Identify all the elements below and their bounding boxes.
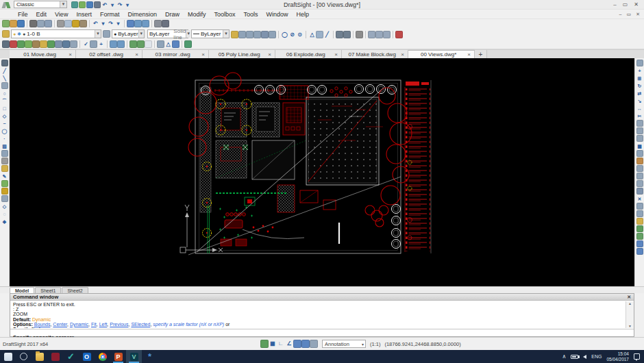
chevron-down-icon[interactable]: ▼ — [138, 30, 144, 38]
home-workspace-icon[interactable] — [71, 1, 78, 8]
offset-icon[interactable] — [636, 150, 643, 157]
rectangle-icon[interactable]: □ — [1, 105, 8, 112]
print-icon[interactable] — [29, 20, 37, 27]
file-explorer-icon[interactable] — [32, 350, 47, 363]
scale-icon[interactable]: ↘ — [636, 97, 643, 104]
menu-item-edit[interactable]: Edit — [32, 11, 51, 18]
document-tab-05-poly-line-dwg[interactable]: 05 Poly Line.dwg× — [209, 50, 275, 58]
workspace-combo[interactable]: Classic ▼ — [14, 1, 67, 8]
pointer-tool-icon[interactable] — [336, 31, 343, 38]
reference-manager-icon[interactable] — [162, 20, 169, 27]
tab-close-icon[interactable]: × — [401, 51, 404, 58]
zoom-in-icon[interactable] — [110, 40, 117, 48]
tab-close-icon[interactable]: × — [334, 51, 338, 58]
entity-snap-settings-icon[interactable] — [231, 31, 238, 38]
chart-icon[interactable] — [172, 40, 179, 48]
document-tab-06-explode-dwg[interactable]: 06 Explode.dwg× — [275, 50, 342, 58]
weld-icon[interactable] — [636, 165, 643, 172]
polygon-icon[interactable]: ◇ — [1, 112, 8, 119]
annotation-pen-icon[interactable] — [395, 31, 403, 38]
send-icon[interactable] — [269, 31, 276, 38]
sheet-options-icon[interactable] — [383, 31, 391, 38]
snap-icon[interactable] — [260, 340, 269, 348]
gradient-fill-icon[interactable] — [1, 158, 8, 164]
triangle-tool-icon[interactable]: △ — [308, 31, 316, 38]
speaker-icon[interactable] — [583, 355, 586, 359]
command-option-link[interactable]: SElected — [131, 322, 150, 327]
grid-blue-b-icon[interactable] — [636, 248, 643, 255]
restore-icon[interactable]: ▭ — [623, 1, 628, 8]
parallel-lines-icon[interactable] — [238, 31, 246, 38]
circle-icon[interactable]: ○ — [1, 90, 8, 97]
document-tab-03-mirror-dwg[interactable]: 03 mirror .dwg× — [143, 50, 209, 58]
power-trim-icon[interactable] — [636, 188, 643, 195]
plus-icon[interactable]: + — [97, 40, 105, 48]
new-drawing-icon[interactable] — [2, 20, 10, 27]
trim-icon[interactable]: ✂ — [636, 112, 643, 119]
smart-select-icon[interactable] — [1, 60, 8, 66]
undo-icon[interactable]: ↶ — [101, 1, 108, 8]
split-icon[interactable] — [636, 180, 643, 187]
open-drawing-icon[interactable] — [10, 20, 17, 27]
spline-icon[interactable]: ~ — [1, 120, 8, 127]
properties-palette-icon[interactable] — [154, 20, 162, 27]
command-option-link[interactable]: Center — [53, 322, 67, 327]
line-icon[interactable]: ╱ — [1, 67, 8, 74]
undo-icon[interactable]: ↶ — [92, 20, 99, 27]
check-icon[interactable]: ✓ — [82, 40, 90, 48]
modify-properties-icon[interactable] — [636, 60, 643, 66]
cut-icon[interactable] — [57, 20, 64, 27]
workspace-arrows-icon[interactable] — [79, 1, 86, 8]
entity-snap-icon[interactable] — [293, 340, 301, 348]
extend-icon[interactable] — [636, 120, 643, 127]
lamp-icon[interactable] — [636, 218, 643, 225]
document-tab-02-offset-dwg[interactable]: 02 offset .dwg× — [76, 50, 143, 58]
rectangle-tool-icon[interactable] — [246, 31, 253, 38]
plant-b-icon[interactable] — [25, 40, 32, 48]
fillet-icon[interactable] — [636, 127, 643, 134]
command-window-close-icon[interactable]: ✕ — [627, 295, 631, 300]
command-option-link[interactable]: Dynamic — [70, 322, 88, 327]
stretch-icon[interactable]: ↔ — [636, 105, 643, 112]
chevron-down-icon[interactable]: ▼ — [95, 30, 101, 38]
chrome-icon[interactable] — [95, 350, 110, 363]
zoom-window-icon[interactable] — [142, 20, 149, 27]
app-swoosh-icon[interactable]: ✓ — [63, 350, 79, 363]
polyline-icon[interactable] — [1, 82, 8, 89]
globe-icon[interactable] — [184, 40, 192, 48]
sheet-new-icon[interactable] — [368, 31, 375, 38]
app-red-icon[interactable] — [47, 350, 63, 363]
pan-icon[interactable] — [127, 20, 134, 27]
line-tool-icon[interactable]: ╱ — [323, 31, 331, 38]
print-icon[interactable] — [94, 1, 101, 8]
explode-icon[interactable] — [636, 158, 643, 164]
redo-dropdown-icon[interactable]: ▾ — [124, 1, 131, 8]
draftsight-icon[interactable]: V — [126, 350, 142, 363]
walker-icon[interactable] — [32, 40, 40, 48]
command-option-link[interactable]: Fit — [91, 322, 97, 327]
grid-blue-a-icon[interactable] — [636, 240, 643, 247]
arc-segment-icon[interactable] — [70, 40, 77, 48]
annotation-scale-combo[interactable]: Annotation ▾ — [322, 340, 366, 348]
note-icon[interactable]: ✎ — [1, 173, 8, 179]
sheet-delete-icon[interactable] — [375, 31, 383, 38]
grid-yellow-icon[interactable] — [40, 40, 47, 48]
monitor-icon[interactable] — [261, 31, 269, 38]
pointer-icon[interactable] — [2, 40, 10, 48]
node-tool-icon[interactable] — [343, 31, 351, 38]
document-tab-00-views-dwg[interactable]: 00 Views.dwg*× — [408, 50, 475, 58]
tab-close-icon[interactable]: × — [268, 51, 271, 58]
menu-item-toolbox[interactable]: Toolbox — [210, 11, 239, 18]
menu-item-modify[interactable]: Modify — [184, 11, 210, 18]
zoom-out-icon[interactable] — [117, 40, 125, 48]
command-option-link[interactable]: Previous — [110, 322, 128, 327]
language-indicator[interactable]: ENG — [591, 354, 602, 359]
menu-item-format[interactable]: Format — [96, 11, 124, 18]
menu-item-dimension[interactable]: Dimension — [123, 11, 161, 18]
power-icon[interactable] — [636, 233, 643, 240]
format-painter-icon[interactable] — [79, 20, 87, 27]
minimize-icon[interactable]: – — [613, 1, 616, 8]
chevron-down-icon[interactable]: ▾ — [362, 342, 365, 347]
redo-icon[interactable]: ↷ — [116, 1, 123, 8]
attach-image-icon[interactable] — [1, 195, 8, 202]
